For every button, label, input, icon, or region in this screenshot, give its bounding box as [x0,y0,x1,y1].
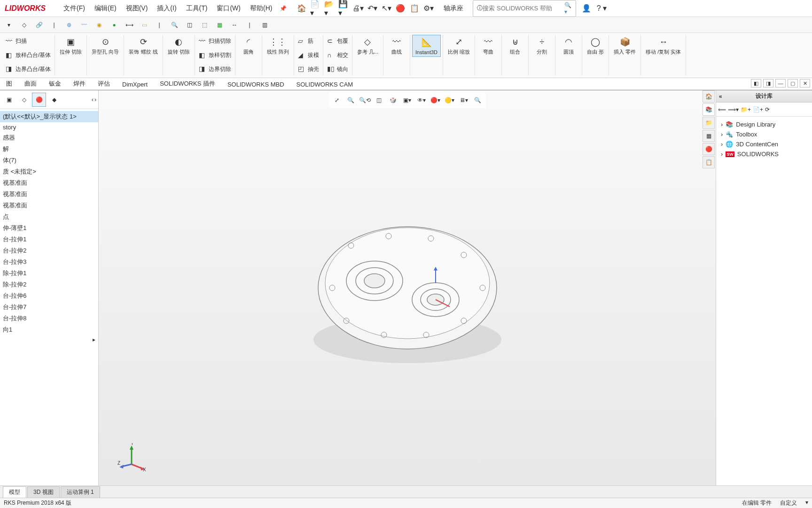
select-icon[interactable]: ↖▾ [381,3,392,14]
menu-window[interactable]: 窗口(W) [213,1,244,16]
extrude-cut-button[interactable]: ▣拉伸 切除 [57,35,85,56]
axis-triad[interactable]: Y X Z [117,443,146,471]
display-style-icon[interactable]: ▣▾ [401,94,414,106]
tab-weldment[interactable]: 焊件 [67,77,92,90]
open-icon[interactable]: 📂▾ [324,3,336,14]
rib-button[interactable]: ▱筋 [296,35,321,48]
tree-item[interactable]: story [0,122,98,132]
library-item[interactable]: › 📚 Design Library [719,119,809,129]
taskpane-home-icon[interactable]: 🏠 [703,90,715,103]
zoom-fit-icon[interactable]: ⤢ [331,94,343,106]
qt-excel-icon[interactable]: ▦ [213,19,226,31]
linear-pattern-button[interactable]: ⋮⋮线性 阵列 [264,35,292,56]
tab-3d-view[interactable]: 3D 视图 [27,486,60,498]
maximize-button[interactable]: ▢ [788,79,798,87]
boundary-cut-button[interactable]: ◨边界切除 [197,63,233,76]
options-icon[interactable]: 📋 [409,3,420,14]
tab-addins[interactable]: SOLIDWORKS 插件 [154,77,221,90]
qt-search-icon[interactable]: 🔍 [168,19,180,31]
tree-item[interactable]: 伸-薄壁1 [0,222,98,234]
back-icon[interactable]: ⟸ [718,106,726,113]
taskpane-explorer-icon[interactable]: 📁 [703,117,715,129]
tree-expand-icon[interactable]: ▸ [0,335,98,344]
tree-item[interactable]: 视基准面 [0,200,98,211]
add-folder-icon[interactable]: 📁+ [741,106,751,113]
new-icon[interactable]: 📄▾ [310,3,321,14]
qt-dim-icon[interactable]: ↔ [228,19,241,31]
forward-icon[interactable]: ⟹▾ [728,106,739,113]
tab-cam[interactable]: SOLIDWORKS CAM [290,79,359,90]
minimize-button[interactable]: — [775,79,786,87]
add-file-icon[interactable]: 📄+ [753,106,763,113]
tree-item[interactable]: 台-拉伸1 [0,234,98,245]
wrap-button[interactable]: ⊂包覆 [325,35,350,48]
qt-target-icon[interactable]: ⊕ [63,19,75,31]
combine-button[interactable]: ⊎组合 [504,35,526,56]
mirror-button[interactable]: ▮▯镜向 [325,63,350,76]
tree-item[interactable]: 台-拉伸6 [0,290,98,302]
boundary-button[interactable]: ◨边界凸台/基体 [4,63,53,76]
menu-insert[interactable]: 插入(I) [153,1,180,16]
freeform-button[interactable]: ◯自由 形 [584,35,607,56]
panel-right-icon[interactable]: ◨ [763,79,773,87]
tree-item[interactable]: 感器 [0,132,98,143]
fillet-button[interactable]: ◜圆角 [237,35,260,56]
zoom-area-icon[interactable]: 🔍 [345,94,357,106]
draft-button[interactable]: ◢拔模 [296,49,321,62]
shell-button[interactable]: ◰抽壳 [296,63,321,76]
search-input[interactable] [483,5,562,12]
scroll-right-icon[interactable]: › [94,96,96,103]
menu-tools[interactable]: 工具(T) [182,1,211,16]
pin-icon[interactable]: 📌 [280,5,287,12]
qt-link-icon[interactable]: 🔗 [33,19,45,31]
status-custom[interactable]: 自定义 [780,499,797,507]
tab-dimxpert[interactable]: DimXpert [116,79,154,90]
menu-file[interactable]: 文件(F) [60,1,89,16]
tab-evaluate[interactable]: 评估 [92,77,116,90]
tree-item[interactable]: 台-拉伸7 [0,302,98,313]
tab-sheetmetal[interactable]: 钣金 [43,77,67,90]
qt-view-icon[interactable]: ⬚ [198,19,211,31]
sweep-button[interactable]: 〰扫描 [4,35,53,48]
tab-mbd[interactable]: SOLIDWORKS MBD [221,79,290,90]
qt-plane-icon[interactable]: ◇ [18,19,30,31]
save-icon[interactable]: 💾▾ [338,3,350,14]
qt-icon-1[interactable]: ▾ [3,19,15,31]
scroll-left-icon[interactable]: ‹ [92,96,94,103]
sweep-cut-button[interactable]: 〰扫描切除 [197,35,233,48]
fp-tab-4[interactable]: ◆ [47,93,61,107]
revolve-cut-button[interactable]: ◐旋转 切除 [165,35,193,56]
loft-cut-button[interactable]: ◧放样切割 [197,49,233,62]
section-view-icon[interactable]: ◫ [373,94,385,106]
render-icon[interactable]: 🔍 [472,94,484,106]
library-item[interactable]: › 🌐 3D ContentCen [719,139,809,149]
qt-curve-icon[interactable]: 〰 [78,19,90,31]
print-icon[interactable]: 🖨▾ [352,3,364,14]
scale-button[interactable]: ⤢比例 缩放 [445,35,473,56]
curves-button[interactable]: 〰曲线 [385,35,408,56]
hide-show-icon[interactable]: 👁▾ [415,94,428,106]
tree-item[interactable]: 视基准面 [0,189,98,200]
rebuild-icon[interactable]: 🔴 [395,3,406,14]
intersect-button[interactable]: ∩相交 [325,49,350,62]
library-item[interactable]: › SW SOLIDWORKS [719,149,809,159]
tree-item[interactable]: 除-拉伸2 [0,279,98,290]
user-icon[interactable]: 👤 [581,3,592,14]
tab-surface[interactable]: 曲面 [18,77,43,90]
taskpane-library-icon[interactable]: 📚 [703,103,715,116]
fp-tab-appearance[interactable]: 🔴 [32,93,46,107]
taskpane-views-icon[interactable]: ▦ [703,130,715,142]
taskpane-appearance-icon[interactable]: 🔴 [703,143,715,155]
collapse-icon[interactable]: « [719,93,722,100]
hole-wizard-button[interactable]: ⊙异型孔 向导 [89,35,122,56]
tree-item[interactable]: 体(7) [0,155,98,166]
menu-edit[interactable]: 编辑(E) [91,1,120,16]
tree-item[interactable]: 解 [0,143,98,155]
qt-section-icon[interactable]: ◫ [183,19,195,31]
tree-item[interactable]: 台-拉伸2 [0,245,98,256]
tree-item[interactable]: 向1 [0,324,98,335]
move-copy-button[interactable]: ↔移动 /复制 实体 [643,35,684,56]
qt-green-icon[interactable]: ● [108,19,120,31]
tree-item[interactable]: 质 <未指定> [0,166,98,177]
refresh-icon[interactable]: ⟳ [765,106,770,113]
